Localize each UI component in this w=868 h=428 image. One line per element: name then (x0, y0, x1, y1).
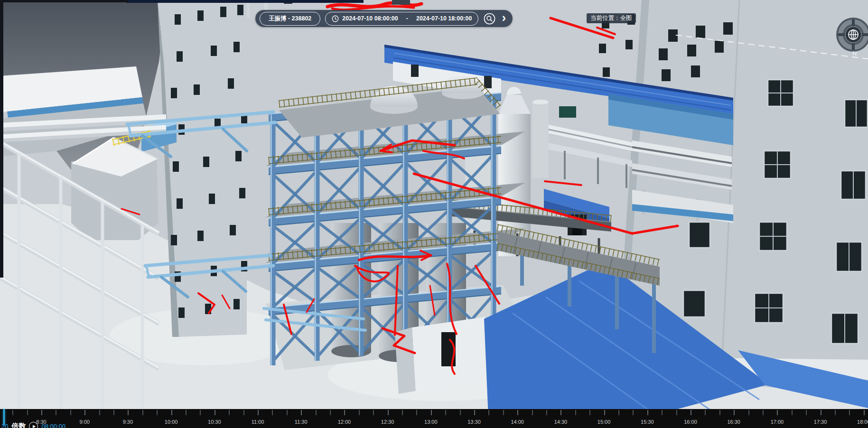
timeline-tick (287, 410, 288, 415)
timeline-tick (56, 410, 56, 415)
timeline-tick (806, 410, 807, 415)
timeline-label: 15:00 (597, 419, 611, 425)
person-select[interactable]: 王振博 - 238802 (260, 12, 320, 26)
timeline-label: 15:30 (641, 419, 654, 425)
timeline-tick (128, 410, 129, 415)
timeline-tick (157, 410, 158, 415)
timeline-bar[interactable]: 8:309:009:3010:0010:3011:0011:3012:0012:… (0, 409, 868, 428)
timeline-tick (705, 410, 706, 415)
current-time: 08:00:00 (41, 423, 65, 428)
timeline-tick (258, 410, 259, 415)
left-building (158, 0, 247, 337)
timeline-tick (849, 410, 850, 415)
timeline-tick (821, 410, 821, 415)
timeline-label: 12:30 (381, 419, 394, 425)
timeline-label: 17:00 (771, 419, 784, 425)
time-end: 2024-07-10 18:00:00 (416, 15, 472, 22)
timeline-tick (99, 410, 100, 415)
current-location-badge: 当前位置：全图 (587, 13, 636, 23)
scene-3d-viewport[interactable] (0, 0, 868, 428)
timeline-tick (272, 410, 273, 415)
timeline-tick (142, 410, 143, 415)
timeline-tick (691, 410, 691, 415)
compass-navigation[interactable]: N (833, 15, 868, 58)
clock-icon (332, 15, 339, 22)
search-icon-button[interactable] (483, 12, 496, 25)
timeline-tick (171, 410, 172, 415)
timeline-label: 14:30 (554, 419, 568, 425)
timeline-tick (243, 410, 244, 415)
timeline-tick (864, 410, 865, 415)
timeline-tick (316, 410, 317, 415)
current-location-text: 当前位置：全图 (590, 15, 632, 21)
play-icon: ▶ (33, 424, 36, 428)
timeline-label: 9:00 (79, 419, 89, 425)
play-button[interactable]: ▶ (29, 422, 38, 428)
timeline-tick (359, 410, 360, 415)
timeline-label: 17:30 (814, 419, 827, 425)
timeline-tick (229, 410, 230, 415)
speed-label: 倍数 (11, 422, 26, 428)
compass-north-label: N (852, 50, 857, 57)
timeline-tick (416, 410, 417, 415)
timeline-label: 16:30 (727, 419, 740, 425)
timeline-label: 12:00 (338, 419, 351, 425)
timeline-tick (604, 410, 605, 415)
timeline-tick (575, 410, 576, 415)
timeline-label: 14:00 (511, 419, 524, 425)
timeline-tick (215, 410, 215, 415)
timeline-tick (344, 410, 345, 415)
search-icon (483, 12, 496, 25)
timeline-label: 10:30 (208, 419, 221, 425)
search-toolbar: 王振博 - 238802 2024-07-10 08:00:00 - 2024-… (255, 10, 513, 27)
timeline-tick (460, 410, 461, 415)
timeline-tick (662, 410, 663, 415)
timeline-tick (431, 410, 432, 415)
timeline-tick (330, 410, 331, 415)
timeline-tick (792, 410, 793, 415)
timeline-tick (647, 410, 648, 415)
timeline-tick (41, 410, 42, 415)
timeline-tick (200, 410, 201, 415)
time-start: 2024-07-10 08:00:00 (342, 15, 398, 22)
timeline-label: 16:00 (684, 419, 697, 425)
timeline-tick (532, 410, 533, 415)
timeline-tick (27, 410, 28, 415)
timeline-label: 13:30 (467, 419, 481, 425)
timeline-tick (546, 410, 547, 415)
timeline-tick (488, 410, 489, 415)
timeline-label: 11:30 (295, 419, 308, 425)
timeline-label: 13:00 (424, 419, 438, 425)
timeline-tick (186, 410, 187, 415)
app-window: 王振博 - 238802 2024-07-10 08:00:00 - 2024-… (0, 0, 868, 428)
timeline-tick (835, 410, 836, 415)
timeline-tick (445, 410, 446, 415)
timeline-tick (301, 410, 302, 415)
timeline-tick (388, 410, 389, 415)
timeline-tick (763, 410, 764, 415)
timeline-tick (402, 410, 403, 415)
timeline-tick (503, 410, 504, 415)
timeline-label: 9:30 (123, 419, 133, 425)
time-separator: - (406, 15, 408, 22)
next-button[interactable]: › (501, 12, 506, 25)
timeline-label: 11:00 (252, 419, 264, 425)
timeline-tick (748, 410, 749, 415)
timeline-tick (373, 410, 374, 415)
speed-value: 20 (1, 423, 8, 428)
timeline-tick (474, 410, 475, 415)
timeline-tick (84, 410, 85, 415)
person-name: 王振博 - 238802 (269, 15, 311, 23)
time-range-picker[interactable]: 2024-07-10 08:00:00 - 2024-07-10 18:00:0… (325, 12, 478, 26)
timeline-label: 10:00 (165, 419, 178, 425)
chevron-right-icon: › (502, 11, 506, 24)
timeline-tick (734, 410, 735, 415)
timeline-tick (113, 410, 114, 415)
timeline-tick (676, 410, 677, 415)
timeline-tick (719, 410, 720, 415)
timeline-label: 18:00 (857, 419, 868, 425)
timeline-tick (517, 410, 518, 415)
globe-icon (849, 30, 858, 39)
timeline-tick (777, 410, 778, 415)
timeline-tick (560, 410, 561, 415)
